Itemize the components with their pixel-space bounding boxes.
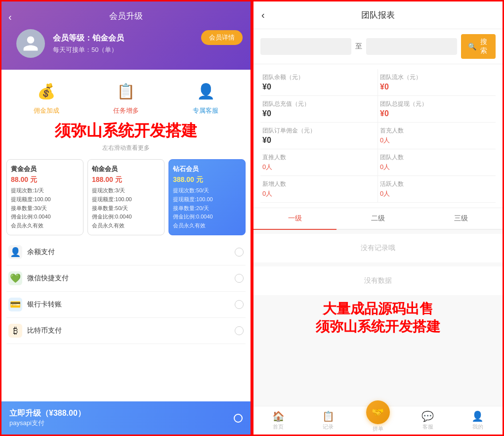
- upgrade-button[interactable]: 立即升级（¥388.00）: [9, 408, 85, 419]
- stat-new-members-label: 新增人数: [262, 180, 376, 188]
- wechat-label: 微信快捷支付: [27, 274, 235, 283]
- nav-home[interactable]: 🏠 首页: [253, 410, 303, 433]
- feature-commission: 💰 佣金加成: [34, 79, 59, 115]
- wechat-icon: 💚: [8, 271, 22, 285]
- commission-label: 佣金加成: [34, 106, 59, 115]
- order-center-button[interactable]: 🤝: [366, 400, 390, 424]
- left-back-button[interactable]: ‹: [8, 11, 12, 23]
- search-icon: 🔍: [468, 43, 476, 50]
- order-icon: 🤝: [372, 406, 384, 418]
- stat-order-commission-value: ¥0: [262, 136, 376, 145]
- stat-team-flow-value: ¥0: [380, 83, 494, 91]
- nav-profile-label: 我的: [472, 423, 483, 431]
- gold-card-details: 提现次数:1/天提现额度:100.00接单数量:30/天佣金比例:0.0040会…: [11, 186, 79, 230]
- platinum-card-price: 188.00 元: [92, 175, 160, 184]
- stat-team-flow-label: 团队流水（元）: [380, 73, 494, 82]
- scroll-hint: 左右滑动查看更多: [1, 144, 251, 155]
- search-row: 至 🔍 搜索: [253, 29, 503, 64]
- stat-team-balance: 团队余额（元） ¥0: [260, 69, 378, 96]
- tab-level-2[interactable]: 二级: [336, 208, 420, 229]
- stat-order-commission: 团队订单佣金（元） ¥0: [260, 123, 378, 149]
- nav-records-label: 记录: [323, 423, 334, 431]
- diamond-card[interactable]: 钻石会员 388.00 元 提现次数:50/天提现额度:100.00接单数量:2…: [168, 159, 246, 235]
- left-header: ‹ 会员升级 会员等级：铂金会员 每天可接单：50（单） 会员详情: [1, 1, 251, 70]
- commission-icon: 💰: [34, 79, 59, 103]
- empty-data: 没有数据: [253, 266, 503, 295]
- stat-first-recharge: 首充人数 0人: [378, 123, 496, 149]
- payment-bitcoin[interactable]: ₿ 比特币支付: [6, 318, 246, 344]
- balance-label: 余额支付: [27, 248, 235, 257]
- payment-balance[interactable]: 👤 余额支付: [6, 239, 246, 265]
- gold-card-price: 88.00 元: [11, 175, 79, 184]
- wechat-radio[interactable]: [235, 274, 244, 283]
- home-icon: 🏠: [272, 410, 285, 422]
- stat-active-members-value: 0人: [380, 189, 494, 198]
- feature-service: 👤 专属客服: [193, 79, 218, 115]
- stat-direct-push-label: 直推人数: [262, 153, 376, 162]
- nav-service-label: 客服: [422, 423, 433, 431]
- date-from-input[interactable]: [260, 38, 351, 55]
- platinum-card-details: 提现次数:3/天提现额度:100.00接单数量:50/天佣金比例:0.0040会…: [92, 186, 160, 230]
- bitcoin-label: 比特币支付: [27, 326, 235, 335]
- records-icon: 📋: [322, 410, 335, 422]
- stat-team-count-label: 团队人数: [380, 153, 494, 162]
- service-nav-icon: 💬: [421, 410, 434, 422]
- watermark-line1: 大量成品源码出售: [258, 300, 498, 318]
- stat-direct-push: 直推人数 0人: [260, 149, 378, 176]
- platinum-card-title: 铂金会员: [92, 165, 160, 174]
- search-button[interactable]: 🔍 搜索: [461, 34, 496, 59]
- stat-team-count: 团队人数 0人: [378, 149, 496, 176]
- tasks-icon: 📋: [114, 79, 138, 103]
- stat-team-count-value: 0人: [380, 163, 494, 172]
- bitcoin-radio[interactable]: [235, 326, 244, 335]
- payment-list: 👤 余额支付 💚 微信快捷支付 💳 银行卡转账 ₿ 比特币支付: [1, 239, 251, 401]
- right-panel: ‹ 团队报表 至 🔍 搜索 团队余额（元） ¥0 团队流水（元） ¥0 团队总充…: [252, 0, 504, 436]
- balance-radio[interactable]: [235, 248, 244, 257]
- tab-level-1[interactable]: 一级: [253, 208, 336, 230]
- nav-home-label: 首页: [273, 423, 284, 431]
- date-separator: 至: [355, 42, 362, 51]
- stat-order-commission-label: 团队订单佣金（元）: [262, 127, 376, 135]
- bank-radio[interactable]: [235, 300, 244, 309]
- stat-new-members: 新增人数 0人: [260, 176, 378, 203]
- payment-bank[interactable]: 💳 银行卡转账: [6, 292, 246, 318]
- stat-first-recharge-label: 首充人数: [380, 127, 494, 135]
- nav-profile[interactable]: 👤 我的: [453, 410, 503, 433]
- features-row: 💰 佣金加成 📋 任务增多 👤 专属客服: [1, 70, 251, 119]
- nav-order[interactable]: 🤝 拼单: [353, 410, 403, 433]
- tab-level-3[interactable]: 三级: [420, 208, 503, 229]
- left-panel: ‹ 会员升级 会员等级：铂金会员 每天可接单：50（单） 会员详情 💰 佣金加成…: [0, 0, 252, 436]
- profile-icon: 👤: [471, 410, 484, 422]
- nav-service[interactable]: 💬 客服: [403, 410, 453, 433]
- stat-new-members-value: 0人: [262, 189, 376, 198]
- gold-card-title: 黄金会员: [11, 165, 79, 174]
- date-to-input[interactable]: [366, 38, 457, 55]
- stats-grid: 团队余额（元） ¥0 团队流水（元） ¥0 团队总充值（元） ¥0 团队总提现（…: [253, 64, 503, 208]
- stat-team-withdraw-value: ¥0: [380, 109, 494, 118]
- bank-icon: 💳: [8, 298, 22, 311]
- stat-active-members-label: 活跃人数: [380, 180, 494, 188]
- upgrade-bar: 立即升级（¥388.00） paysapi支付: [1, 401, 251, 435]
- nav-records[interactable]: 📋 记录: [303, 410, 353, 433]
- stat-team-recharge-value: ¥0: [262, 109, 376, 118]
- membership-cards-row: 黄金会员 88.00 元 提现次数:1/天提现额度:100.00接单数量:30/…: [1, 155, 251, 239]
- bitcoin-icon: ₿: [8, 324, 22, 338]
- service-icon: 👤: [193, 79, 218, 103]
- diamond-card-price: 388.00 元: [173, 175, 241, 184]
- right-header: ‹ 团队报表: [253, 1, 503, 29]
- diamond-card-details: 提现次数:50/天提现额度:100.00接单数量:20/天佣金比例:0.0040…: [173, 186, 241, 230]
- member-detail-button[interactable]: 会员详情: [201, 30, 243, 45]
- diamond-card-title: 钻石会员: [173, 165, 241, 174]
- member-daily-text: 每天可接单：50（单）: [53, 45, 243, 54]
- stat-team-recharge-label: 团队总充值（元）: [262, 100, 376, 108]
- tasks-label: 任务增多: [113, 106, 139, 115]
- left-watermark: 须弥山系统开发搭建: [1, 119, 251, 144]
- platinum-card[interactable]: 铂金会员 188.00 元 提现次数:3/天提现额度:100.00接单数量:50…: [87, 159, 165, 235]
- stat-team-balance-label: 团队余额（元）: [262, 73, 376, 82]
- payment-wechat[interactable]: 💚 微信快捷支付: [6, 265, 246, 292]
- gold-card[interactable]: 黄金会员 88.00 元 提现次数:1/天提现额度:100.00接单数量:30/…: [6, 159, 84, 235]
- right-back-button[interactable]: ‹: [261, 9, 265, 21]
- stat-team-balance-value: ¥0: [262, 83, 376, 91]
- stat-team-flow: 团队流水（元） ¥0: [378, 69, 496, 96]
- upgrade-radio[interactable]: [234, 414, 243, 423]
